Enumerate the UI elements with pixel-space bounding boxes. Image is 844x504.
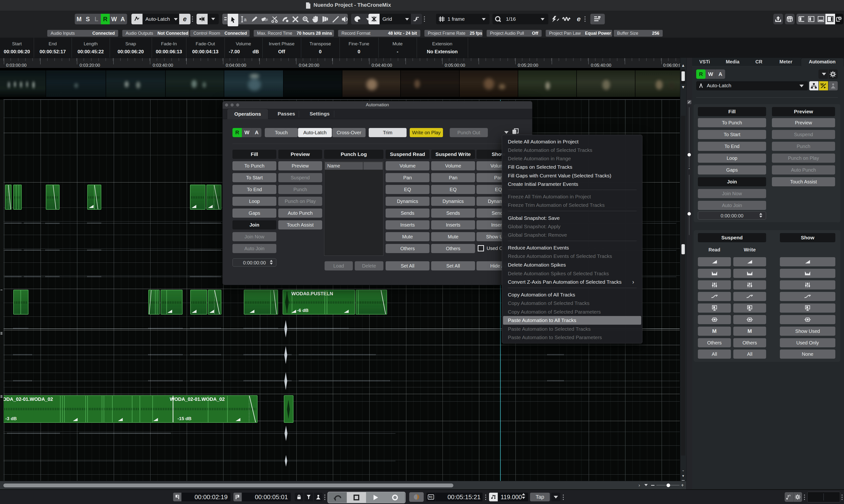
svg-text:a: a	[244, 17, 247, 22]
svg-text:TC: TC	[429, 496, 433, 499]
